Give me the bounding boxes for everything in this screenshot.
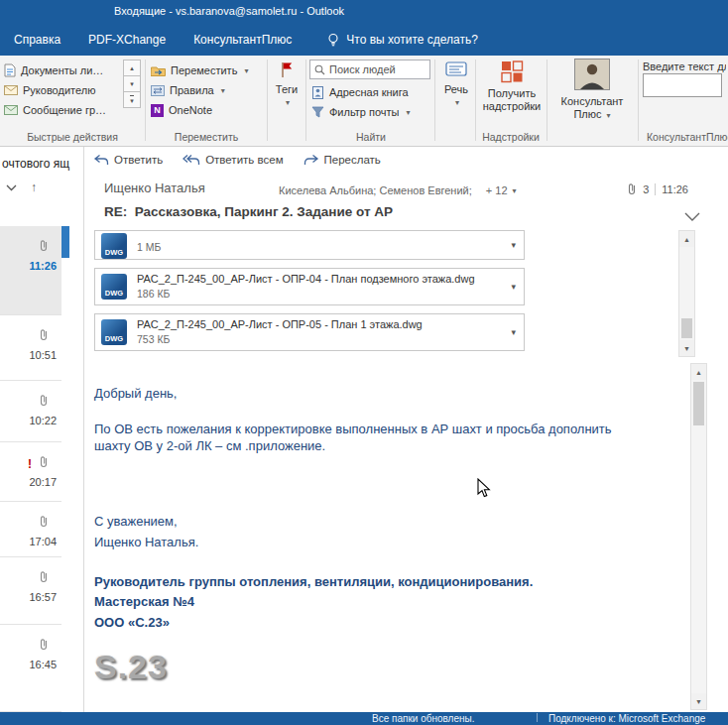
message-time: 16:45 bbox=[29, 659, 57, 670]
scroll-up-button[interactable]: ▲ bbox=[691, 364, 706, 380]
message-meta: 3 11:26 bbox=[627, 182, 688, 195]
paperclip-icon bbox=[39, 394, 49, 407]
rules-button[interactable]: Правила ▾ bbox=[151, 81, 225, 99]
ribbon-tab-row: Справка PDF-XChange КонсультантПлюс Что … bbox=[0, 24, 728, 56]
attachment-item[interactable]: DWG РАС_2_П-245_00_АР-Лист - ОПР-04 - Пл… bbox=[94, 268, 525, 305]
search-people-box[interactable] bbox=[309, 60, 430, 79]
recipients: Киселева Альбина; Семенов Евгений; + 12 … bbox=[279, 184, 517, 196]
signature-line: Ищенко Наталья. bbox=[94, 534, 638, 551]
message-time: 16:57 bbox=[29, 591, 57, 603]
group-label-move: Переместить bbox=[147, 131, 266, 145]
gallery-scroll-down-button[interactable]: ▾ bbox=[123, 75, 141, 92]
consultant-label-line2: Плюс ▾ bbox=[548, 108, 636, 122]
scrollbar-thumb[interactable] bbox=[681, 318, 692, 338]
recipients-list[interactable]: Киселева Альбина; Семенов Евгений; bbox=[279, 184, 472, 196]
filter-chevron-icon[interactable] bbox=[6, 184, 17, 191]
address-book-button[interactable]: Адресная книга bbox=[311, 83, 409, 101]
onenote-button[interactable]: N OneNote bbox=[151, 101, 212, 119]
gallery-scroll-up-button[interactable]: ▴ bbox=[123, 60, 141, 76]
scroll-down-icon: ▼ bbox=[683, 345, 690, 352]
mail-filter-button[interactable]: Фильтр почты ▾ bbox=[311, 103, 411, 121]
message-list-item[interactable]: 10:22 bbox=[0, 381, 61, 442]
consultant-photo bbox=[574, 59, 610, 90]
reply-icon bbox=[93, 154, 109, 166]
outlook-window: Входящие - vs.baranova@samolet.ru - Outl… bbox=[0, 0, 728, 725]
rules-icon bbox=[151, 85, 165, 96]
message-list-item[interactable]: 16:57 bbox=[0, 557, 61, 625]
move-folder-icon bbox=[151, 65, 166, 76]
reply-label: Ответить bbox=[114, 154, 163, 166]
consultant-search-input[interactable] bbox=[643, 73, 722, 97]
message-list-pane: очтового ящ ↑ 11:26 10:51 10:22 ! 20:17 … bbox=[0, 147, 84, 712]
caret-down-icon: ▾ bbox=[221, 86, 225, 95]
rules-label: Правила bbox=[170, 84, 214, 96]
envelope-icon bbox=[4, 85, 18, 95]
paperclip-icon bbox=[627, 182, 637, 195]
tab-help[interactable]: Справка bbox=[0, 25, 74, 55]
message-list-item[interactable]: 10:51 bbox=[0, 315, 61, 381]
mailbox-search-fragment[interactable]: очтового ящ bbox=[2, 157, 69, 171]
tab-consultant-plus[interactable]: КонсультантПлюс bbox=[180, 25, 305, 55]
quick-step-group-message[interactable]: Сообщение гр… bbox=[4, 101, 106, 119]
tab-pdf-xchange[interactable]: PDF-XChange bbox=[74, 25, 180, 55]
group-separator bbox=[305, 60, 306, 141]
quick-step-to-manager[interactable]: Руководителю bbox=[4, 81, 95, 99]
reply-all-button[interactable]: Ответить всем bbox=[182, 154, 283, 166]
caret-down-icon[interactable]: ▾ bbox=[511, 240, 516, 250]
company-logo: S.23 bbox=[94, 645, 233, 690]
scroll-down-button[interactable]: ▼ bbox=[679, 340, 694, 356]
scroll-up-button[interactable]: ▲ bbox=[679, 231, 694, 247]
tell-me-box[interactable]: Что вы хотите сделать? bbox=[327, 33, 478, 48]
group-separator bbox=[475, 60, 476, 141]
sender-name[interactable]: Ищенко Наталья bbox=[104, 181, 205, 195]
message-list-item[interactable]: ! 20:17 bbox=[0, 442, 61, 502]
mail-filter-label: Фильтр почты bbox=[329, 106, 400, 118]
list-scrollbar-thumb[interactable] bbox=[61, 226, 69, 258]
magnifier-icon bbox=[314, 64, 325, 75]
caret-down-icon[interactable]: ▾ bbox=[511, 327, 516, 337]
group-label-find: Найти bbox=[307, 131, 434, 145]
scroll-down-button[interactable]: ▼ bbox=[691, 693, 706, 709]
group-separator bbox=[638, 60, 639, 141]
quick-step-documents[interactable]: Документы ли… bbox=[4, 61, 103, 79]
forward-label: Переслать bbox=[324, 154, 381, 166]
message-list-item[interactable]: 11:26 bbox=[0, 226, 61, 315]
recipients-more-button[interactable]: + 12 ▾ bbox=[486, 184, 517, 196]
group-label-consultant: КонсультантПлюс bbox=[647, 131, 728, 145]
attachment-name: РАС_2_П-245_00_АР-Лист - ОПР-04 - План п… bbox=[137, 273, 475, 285]
message-time: 11:26 bbox=[29, 260, 57, 272]
recipients-more-label: + 12 bbox=[486, 184, 508, 196]
scroll-up-icon: ▲ bbox=[683, 236, 690, 243]
reply-button[interactable]: Ответить bbox=[93, 154, 163, 166]
tags-label: Теги bbox=[268, 83, 305, 96]
quick-step-label: Руководителю bbox=[23, 84, 95, 96]
paperclip-icon bbox=[39, 515, 49, 528]
caret-down-icon: ▾ bbox=[244, 66, 248, 75]
paperclip-icon bbox=[39, 328, 49, 341]
consultant-plus-button[interactable]: Консультант Плюс ▾ bbox=[548, 56, 636, 129]
speech-label: Речь bbox=[436, 83, 476, 96]
gallery-more-button[interactable]: ▾ bbox=[123, 91, 141, 108]
signature-line: Мастерская №4 bbox=[94, 593, 638, 611]
caret-down-icon: ▾ bbox=[270, 98, 305, 107]
search-people-input[interactable] bbox=[329, 63, 419, 75]
paperclip-icon bbox=[39, 570, 49, 583]
message-list-item[interactable]: 16:45 bbox=[0, 625, 61, 712]
paperclip-icon bbox=[39, 455, 49, 468]
scrollbar-thumb[interactable] bbox=[693, 382, 704, 425]
tags-button[interactable]: Теги ▾ bbox=[268, 56, 305, 129]
received-time: 11:26 bbox=[662, 183, 688, 195]
get-addins-button[interactable]: Получить надстройки bbox=[478, 56, 546, 129]
attachment-item[interactable]: DWG 1 МБ ▾ bbox=[94, 230, 525, 260]
attachment-item[interactable]: DWG РАС_2_П-245_00_АР-Лист - ОПР-05 - Пл… bbox=[94, 313, 525, 351]
sort-arrow-icon[interactable]: ↑ bbox=[31, 181, 37, 194]
caret-down-icon[interactable]: ▾ bbox=[511, 282, 516, 292]
body-scrollbar[interactable]: ▲ ▼ bbox=[690, 363, 707, 710]
message-list-item[interactable]: 17:04 bbox=[0, 502, 61, 557]
attachments-scrollbar[interactable]: ▲ ▼ bbox=[678, 230, 695, 357]
forward-button[interactable]: Переслать bbox=[303, 154, 381, 166]
move-button[interactable]: Переместить ▾ bbox=[151, 61, 248, 79]
speech-button[interactable]: Речь ▾ bbox=[436, 56, 476, 129]
signature-line: ООО «С.23» bbox=[94, 614, 638, 632]
chevron-down-icon[interactable] bbox=[684, 212, 700, 221]
